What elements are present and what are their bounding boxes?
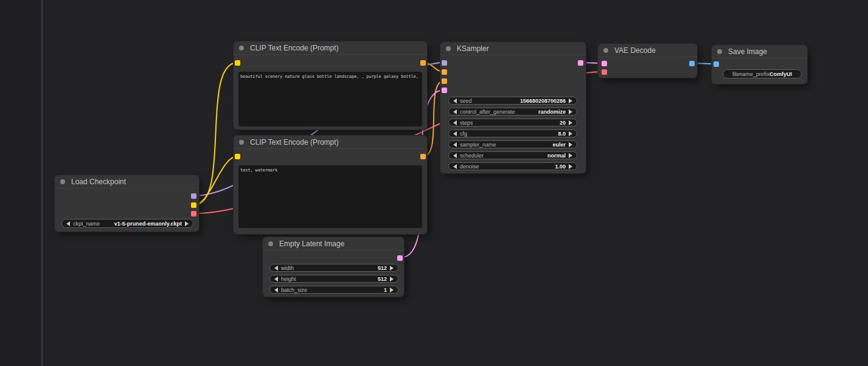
widget-filename-prefix[interactable]: filename_prefix ComfyUI <box>723 69 802 78</box>
output-port-latent[interactable] <box>397 255 403 261</box>
collapse-dot-icon[interactable] <box>268 241 273 246</box>
prev-arrow-icon[interactable] <box>274 266 278 271</box>
widget-width[interactable]: width 512 <box>269 264 398 272</box>
collapse-dot-icon[interactable] <box>717 49 722 54</box>
next-arrow-icon[interactable] <box>185 221 189 226</box>
node-header[interactable]: CLIP Text Encode (Prompt) <box>234 41 427 55</box>
widget-label: seed <box>460 98 472 104</box>
link-clip-negative <box>194 156 237 205</box>
widget-height[interactable]: height 512 <box>269 275 398 283</box>
next-arrow-icon[interactable] <box>569 142 572 147</box>
widget-batch-size[interactable]: batch_size 1 <box>269 286 398 294</box>
input-port-model[interactable] <box>442 60 447 66</box>
output-port-model[interactable] <box>191 193 196 199</box>
input-port-positive[interactable] <box>442 69 447 75</box>
next-arrow-icon[interactable] <box>390 277 394 281</box>
node-header[interactable]: Load Checkpoint <box>55 175 199 188</box>
collapse-dot-icon[interactable] <box>603 48 608 53</box>
next-arrow-icon[interactable] <box>569 164 572 169</box>
widget-value: randomize <box>538 109 566 115</box>
widget-label: width <box>281 265 294 271</box>
node-title: CLIP Text Encode (Prompt) <box>250 138 339 147</box>
node-ksampler[interactable]: KSampler seed 156680208700286 control_af… <box>440 42 586 173</box>
prev-arrow-icon[interactable] <box>453 142 457 147</box>
widget-value: euler <box>552 142 566 148</box>
output-port-vae[interactable] <box>191 211 196 216</box>
node-title: Empty Latent Image <box>279 240 344 248</box>
prev-arrow-icon[interactable] <box>453 153 457 158</box>
link-clip-positive <box>194 63 237 205</box>
next-arrow-icon[interactable] <box>569 109 572 114</box>
widget-control-after-generate[interactable]: control_after_generate randomize <box>448 108 577 116</box>
node-title: Load Checkpoint <box>71 178 126 186</box>
node-save-image[interactable]: Save Image filename_prefix ComfyUI <box>712 45 807 84</box>
prev-arrow-icon[interactable] <box>453 164 457 169</box>
widget-sampler-name[interactable]: sampler_name euler <box>448 140 577 148</box>
input-port-vae[interactable] <box>602 69 607 75</box>
next-arrow-icon[interactable] <box>390 266 394 271</box>
widget-value: 1 <box>384 287 387 293</box>
next-arrow-icon[interactable] <box>569 120 572 125</box>
node-load-checkpoint[interactable]: Load Checkpoint ckpt_name v1-5-pruned-em… <box>55 175 199 232</box>
output-port-conditioning[interactable] <box>420 154 426 159</box>
widget-label: filename_prefix <box>732 71 769 77</box>
collapse-dot-icon[interactable] <box>60 179 65 184</box>
collapse-dot-icon[interactable] <box>239 140 244 145</box>
prev-arrow-icon[interactable] <box>274 277 278 281</box>
node-header[interactable]: VAE Decode <box>598 44 697 57</box>
widget-label: batch_size <box>281 287 307 293</box>
prev-arrow-icon[interactable] <box>453 120 457 125</box>
prompt-textarea[interactable]: beautiful scenery nature glass bottle la… <box>238 72 422 126</box>
widget-value: 156680208700286 <box>520 98 566 104</box>
prompt-textarea[interactable]: text, watermark <box>238 165 422 228</box>
widget-ckpt-name[interactable]: ckpt_name v1-5-pruned-emaonly.ckpt <box>61 219 193 228</box>
node-clip-text-encode-positive[interactable]: CLIP Text Encode (Prompt) beautiful scen… <box>234 41 427 129</box>
node-clip-text-encode-negative[interactable]: CLIP Text Encode (Prompt) text, watermar… <box>234 136 427 234</box>
node-header[interactable]: Save Image <box>712 45 807 58</box>
prev-arrow-icon[interactable] <box>453 109 457 114</box>
widget-label: ckpt_name <box>73 221 100 227</box>
next-arrow-icon[interactable] <box>569 98 572 103</box>
node-header[interactable]: KSampler <box>440 42 586 55</box>
widget-steps[interactable]: steps 20 <box>448 119 577 126</box>
next-arrow-icon[interactable] <box>390 288 394 292</box>
widget-scheduler[interactable]: scheduler normal <box>448 151 577 159</box>
output-port-image[interactable] <box>689 61 695 66</box>
widget-value: normal <box>547 153 566 159</box>
widget-denoise[interactable]: denoise 1.00 <box>448 162 577 170</box>
output-port-latent[interactable] <box>578 60 583 66</box>
output-port-conditioning[interactable] <box>420 60 426 66</box>
node-vae-decode[interactable]: VAE Decode <box>598 44 697 78</box>
node-header[interactable]: Empty Latent Image <box>263 237 404 250</box>
next-arrow-icon[interactable] <box>569 131 572 136</box>
widget-label: scheduler <box>460 153 484 159</box>
node-header[interactable]: CLIP Text Encode (Prompt) <box>234 136 427 149</box>
node-title: VAE Decode <box>614 46 656 55</box>
prev-arrow-icon[interactable] <box>453 98 457 103</box>
collapse-dot-icon[interactable] <box>239 46 244 50</box>
widget-cfg[interactable]: cfg 8.0 <box>448 129 577 137</box>
node-title: KSampler <box>457 44 489 53</box>
input-port-clip[interactable] <box>235 154 240 159</box>
widget-label: denoise <box>460 164 479 170</box>
output-port-clip[interactable] <box>191 202 196 208</box>
node-title: CLIP Text Encode (Prompt) <box>250 44 339 52</box>
node-empty-latent-image[interactable]: Empty Latent Image width 512 height 512 … <box>263 237 404 297</box>
widget-value: v1-5-pruned-emaonly.ckpt <box>114 221 182 227</box>
input-port-latent-image[interactable] <box>442 88 447 93</box>
widget-label: steps <box>460 120 473 126</box>
widget-label: cfg <box>460 131 467 137</box>
widget-value: ComfyUI <box>769 71 792 77</box>
widget-label: control_after_generate <box>460 109 515 115</box>
prev-arrow-icon[interactable] <box>453 131 457 136</box>
collapse-dot-icon[interactable] <box>446 46 451 51</box>
prev-arrow-icon[interactable] <box>274 288 278 292</box>
widget-seed[interactable]: seed 156680208700286 <box>448 97 577 105</box>
input-port-samples[interactable] <box>602 61 607 66</box>
next-arrow-icon[interactable] <box>569 153 572 158</box>
widget-label: sampler_name <box>460 142 496 148</box>
prev-arrow-icon[interactable] <box>66 221 70 226</box>
input-port-negative[interactable] <box>442 78 447 84</box>
input-port-images[interactable] <box>713 61 719 67</box>
input-port-clip[interactable] <box>235 60 240 66</box>
